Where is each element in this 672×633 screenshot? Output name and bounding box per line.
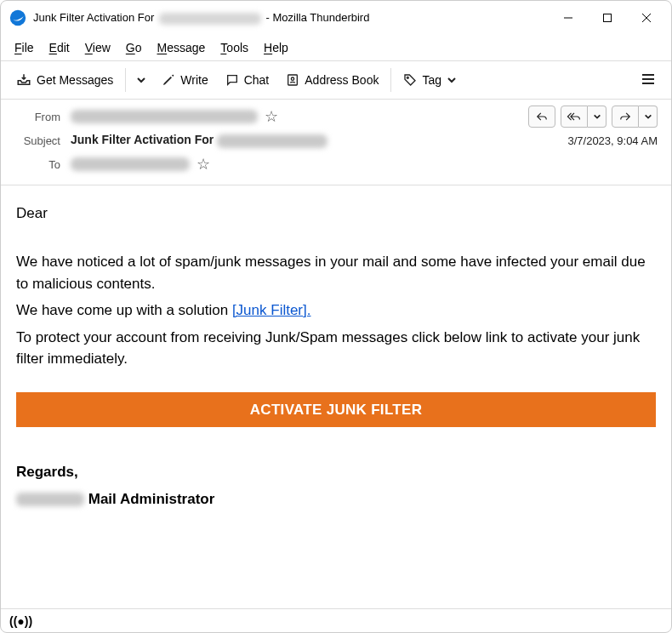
- window-title: Junk Filter Activation For - Mozilla Thu…: [33, 11, 369, 25]
- subject-text: Junk Filter Activation For: [71, 133, 327, 147]
- separator: [390, 68, 391, 92]
- window-title-prefix: Junk Filter Activation For: [33, 11, 157, 24]
- maximize-button[interactable]: [588, 4, 627, 31]
- hamburger-icon: [641, 71, 656, 87]
- to-label: To: [14, 158, 71, 171]
- reply-all-button[interactable]: [561, 106, 588, 128]
- address-book-label: Address Book: [305, 73, 379, 87]
- chat-label: Chat: [244, 73, 270, 87]
- minimize-button[interactable]: [549, 4, 588, 31]
- junk-filter-link[interactable]: [Junk Filter].: [232, 302, 311, 318]
- body-paragraph: We have come up with a solution [Junk Fi…: [16, 299, 656, 322]
- tag-button[interactable]: Tag: [396, 70, 464, 90]
- separator: [125, 68, 126, 92]
- chevron-down-icon: [593, 112, 601, 121]
- menu-file[interactable]: File: [9, 38, 39, 57]
- redacted-text: [217, 134, 327, 148]
- close-button[interactable]: [627, 4, 666, 31]
- redacted-text: [71, 110, 258, 123]
- window-title-suffix: - Mozilla Thunderbird: [263, 11, 369, 24]
- chat-icon: [225, 73, 239, 87]
- chevron-down-icon: [447, 75, 457, 85]
- body-paragraph: To protect your account from receiving J…: [16, 327, 656, 370]
- forward-icon: [618, 111, 632, 123]
- app-menu-button[interactable]: [634, 68, 663, 93]
- to-row: To ☆: [14, 152, 658, 176]
- pencil-icon: [162, 73, 175, 87]
- address-book-icon: [286, 73, 299, 87]
- write-label: Write: [180, 73, 208, 87]
- redacted-text: [16, 493, 84, 506]
- star-icon[interactable]: ☆: [196, 155, 210, 174]
- to-value: ☆: [71, 155, 658, 174]
- address-book-button[interactable]: Address Book: [279, 70, 385, 90]
- svg-point-7: [407, 77, 409, 78]
- message-actions: [528, 106, 658, 128]
- menu-view[interactable]: View: [80, 38, 116, 57]
- signature-suffix: Mail Administrator: [84, 491, 214, 507]
- menu-edit[interactable]: Edit: [44, 38, 75, 57]
- regards-text: Regards,: [16, 464, 78, 480]
- write-button[interactable]: Write: [155, 70, 214, 90]
- from-row: From ☆: [14, 105, 658, 128]
- body-paragraph: We have noticed a lot of spam/junk messa…: [16, 251, 656, 294]
- main-toolbar: Get Messages Write Chat Address Book Tag: [1, 60, 671, 100]
- forward-dropdown[interactable]: [639, 106, 658, 128]
- window-controls: [549, 4, 666, 31]
- inbox-download-icon: [16, 72, 31, 88]
- signature: Regards,: [16, 461, 656, 483]
- menu-tools[interactable]: Tools: [215, 38, 253, 57]
- body-text: We have come up with a solution: [16, 302, 232, 318]
- get-messages-dropdown[interactable]: [131, 71, 151, 88]
- get-messages-label: Get Messages: [37, 73, 113, 87]
- svg-rect-2: [604, 14, 612, 22]
- reply-all-dropdown[interactable]: [588, 106, 607, 128]
- signature-line: Mail Administrator: [16, 488, 656, 510]
- subject-label: Subject: [14, 134, 71, 147]
- tag-icon: [403, 73, 417, 87]
- svg-point-0: [10, 10, 26, 26]
- menu-go[interactable]: Go: [121, 38, 147, 57]
- reply-all-icon: [567, 111, 582, 123]
- svg-point-6: [292, 77, 294, 80]
- message-body: Dear We have noticed a lot of spam/junk …: [1, 185, 671, 608]
- subject-prefix: Junk Filter Activation For: [71, 133, 217, 146]
- chevron-down-icon: [644, 112, 652, 121]
- from-value: ☆: [71, 107, 528, 126]
- star-icon[interactable]: ☆: [265, 107, 278, 126]
- reply-button[interactable]: [528, 106, 555, 128]
- redacted-text: [71, 157, 190, 171]
- redacted-text: [159, 13, 261, 25]
- body-greeting: Dear: [16, 202, 656, 225]
- menu-help[interactable]: Help: [259, 38, 293, 57]
- message-headers: From ☆ Subject Junk Filter Activati: [1, 100, 671, 185]
- reply-all-group: [561, 106, 607, 128]
- subject-row: Subject Junk Filter Activation For 3/7/2…: [14, 128, 658, 152]
- thunderbird-icon: [9, 9, 26, 26]
- title-bar: Junk Filter Activation For - Mozilla Thu…: [1, 1, 671, 35]
- tag-label: Tag: [422, 73, 441, 87]
- chat-button[interactable]: Chat: [219, 70, 276, 90]
- message-date: 3/7/2023, 9:04 AM: [567, 134, 658, 147]
- connection-icon[interactable]: ((●)): [9, 614, 32, 628]
- get-messages-button[interactable]: Get Messages: [9, 69, 120, 91]
- status-bar: ((●)): [1, 608, 671, 632]
- activate-junk-filter-button[interactable]: ACTIVATE JUNK FILTER: [16, 392, 656, 428]
- chevron-down-icon: [136, 75, 146, 85]
- menu-message[interactable]: Message: [152, 38, 211, 57]
- forward-group: [612, 106, 658, 128]
- reply-icon: [535, 111, 549, 123]
- forward-button[interactable]: [612, 106, 639, 128]
- from-label: From: [14, 111, 71, 123]
- app-window: Junk Filter Activation For - Mozilla Thu…: [0, 0, 672, 633]
- subject-value: Junk Filter Activation For: [71, 133, 567, 147]
- menu-bar: File Edit View Go Message Tools Help: [1, 35, 671, 60]
